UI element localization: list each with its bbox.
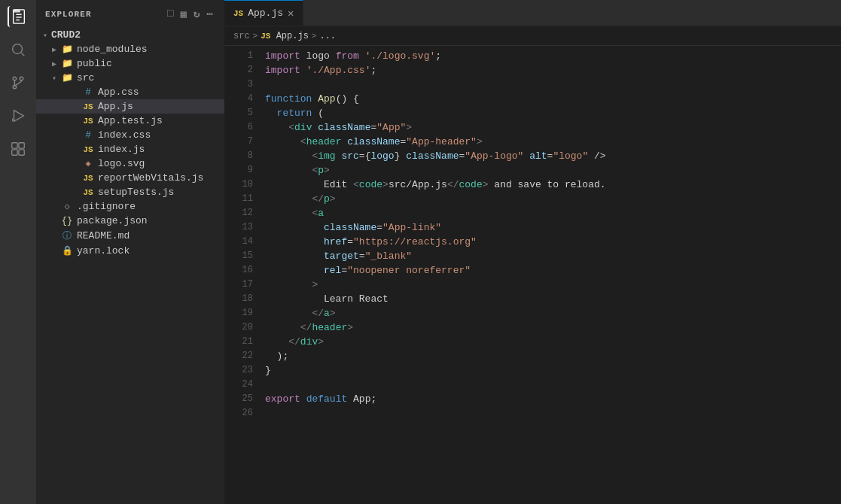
folder-icon: 📁 <box>60 58 74 69</box>
line-num: 14 <box>224 235 253 249</box>
tree-item-readme[interactable]: ⓘ README.md <box>36 228 224 244</box>
sidebar-header-actions: □ ▦ ↻ ⋯ <box>166 6 215 22</box>
tree-item-package-json[interactable]: {} package.json <box>36 214 224 228</box>
md-file-icon: ⓘ <box>60 229 74 242</box>
source-control-icon[interactable] <box>8 72 29 93</box>
line-num: 11 <box>224 192 253 206</box>
activity-bar <box>0 0 36 504</box>
svg-line-6 <box>21 53 24 56</box>
line-num: 7 <box>224 135 253 149</box>
line-num: 12 <box>224 206 253 220</box>
breadcrumb-file[interactable]: JS App.js <box>261 31 309 41</box>
editor-content: 1 2 3 4 5 6 7 8 9 10 11 12 13 14 15 16 1… <box>224 46 841 504</box>
tree-item-app-js[interactable]: JS App.js <box>36 99 224 114</box>
run-debug-icon[interactable] <box>8 105 29 126</box>
code-line: </p> <box>262 192 841 206</box>
line-num: 8 <box>224 149 253 163</box>
code-line: </header> <box>262 320 841 335</box>
svg-marker-10 <box>14 111 24 122</box>
json-file-icon: {} <box>60 216 74 226</box>
tree-item-crud2[interactable]: ▾ CRUD2 <box>36 28 224 42</box>
tree-item-app-css[interactable]: # App.css <box>36 85 224 99</box>
file-label: App.test.js <box>98 115 163 126</box>
line-num: 25 <box>224 392 253 406</box>
code-line: <a <box>262 206 841 220</box>
file-label: node_modules <box>77 44 148 55</box>
line-num: 23 <box>224 363 253 378</box>
code-line: <p> <box>262 163 841 178</box>
lock-file-icon: 🔒 <box>60 245 74 257</box>
tree-item-index-css[interactable]: # index.css <box>36 128 224 142</box>
arrow-icon: ▾ <box>48 74 60 83</box>
css-file-icon: # <box>81 87 95 98</box>
tree-item-logo-svg[interactable]: ◈ logo.svg <box>36 156 224 171</box>
tree-item-setup-tests[interactable]: JS setupTests.js <box>36 185 224 199</box>
code-line: className="App-link" <box>262 220 841 235</box>
code-line <box>262 77 841 92</box>
js-file-icon: JS <box>81 145 95 154</box>
arrow-icon: ▶ <box>48 45 60 54</box>
file-label: logo.svg <box>98 158 145 169</box>
tree-item-report-web-vitals[interactable]: JS reportWebVitals.js <box>36 171 224 185</box>
line-num: 18 <box>224 292 253 306</box>
new-file-icon[interactable]: □ <box>166 6 176 22</box>
file-label: App.css <box>98 87 139 98</box>
refresh-icon[interactable]: ↻ <box>192 6 203 22</box>
line-num: 24 <box>224 378 253 392</box>
line-num: 15 <box>224 249 253 263</box>
line-num: 21 <box>224 335 253 349</box>
line-num: 4 <box>224 92 253 106</box>
explorer-title: Explorer <box>45 10 92 19</box>
svg-rect-13 <box>19 143 24 148</box>
tree-item-node-modules[interactable]: ▶ 📁 node_modules <box>36 42 224 56</box>
code-line: } <box>262 363 841 378</box>
code-line: Learn React <box>262 292 841 306</box>
svg-point-7 <box>13 77 17 80</box>
code-line: function App() { <box>262 92 841 106</box>
code-line: > <box>262 278 841 292</box>
svg-file-icon: ◈ <box>81 158 95 169</box>
code-line: return ( <box>262 106 841 120</box>
search-icon[interactable] <box>8 39 29 60</box>
code-line <box>262 406 841 421</box>
line-num: 17 <box>224 278 253 292</box>
code-line <box>262 378 841 392</box>
line-num: 3 <box>224 77 253 92</box>
collapse-icon[interactable]: ⋯ <box>205 6 215 22</box>
file-label: package.json <box>77 215 148 226</box>
tab-app-js[interactable]: JS App.js ✕ <box>224 0 303 26</box>
svg-point-5 <box>13 44 23 54</box>
tree-item-src[interactable]: ▾ 📁 src <box>36 71 224 85</box>
tree-item-gitignore[interactable]: ◇ .gitignore <box>36 199 224 214</box>
tree-item-public[interactable]: ▶ 📁 public <box>36 56 224 71</box>
file-label: yarn.lock <box>77 245 130 257</box>
tree-item-yarn-lock[interactable]: 🔒 yarn.lock <box>36 244 224 258</box>
file-label: reportWebVitals.js <box>98 172 203 184</box>
code-line: export default App; <box>262 392 841 406</box>
code-editor[interactable]: import logo from './logo.svg'; import '.… <box>262 46 841 504</box>
code-line: Edit <code>src/App.js</code> and save to… <box>262 178 841 192</box>
file-tree: ▾ CRUD2 ▶ 📁 node_modules ▶ 📁 public ▾ 📁 … <box>36 28 224 504</box>
tabs-bar: JS App.js ✕ <box>224 0 841 26</box>
code-line: </a> <box>262 306 841 320</box>
extensions-icon[interactable] <box>8 138 29 159</box>
file-label: .gitignore <box>77 201 136 212</box>
breadcrumb-src[interactable]: src <box>233 31 250 41</box>
files-icon[interactable] <box>8 6 29 27</box>
code-line: rel="noopener noreferrer" <box>262 263 841 278</box>
breadcrumb-js-icon: JS <box>261 32 270 41</box>
tree-item-index-js[interactable]: JS index.js <box>36 142 224 156</box>
new-folder-icon[interactable]: ▦ <box>178 6 189 22</box>
line-num: 2 <box>224 63 253 77</box>
code-line: import logo from './logo.svg'; <box>262 49 841 63</box>
breadcrumb-symbol[interactable]: ... <box>319 31 336 41</box>
file-label: README.md <box>77 230 130 241</box>
line-num: 10 <box>224 178 253 192</box>
tree-item-app-test-js[interactable]: JS App.test.js <box>36 114 224 128</box>
svg-point-8 <box>20 77 23 80</box>
svg-rect-15 <box>19 150 24 155</box>
css-file-icon: # <box>81 130 95 141</box>
code-line: import './App.css'; <box>262 63 841 77</box>
tab-label: App.js <box>248 8 283 19</box>
tab-close-button[interactable]: ✕ <box>288 8 294 19</box>
